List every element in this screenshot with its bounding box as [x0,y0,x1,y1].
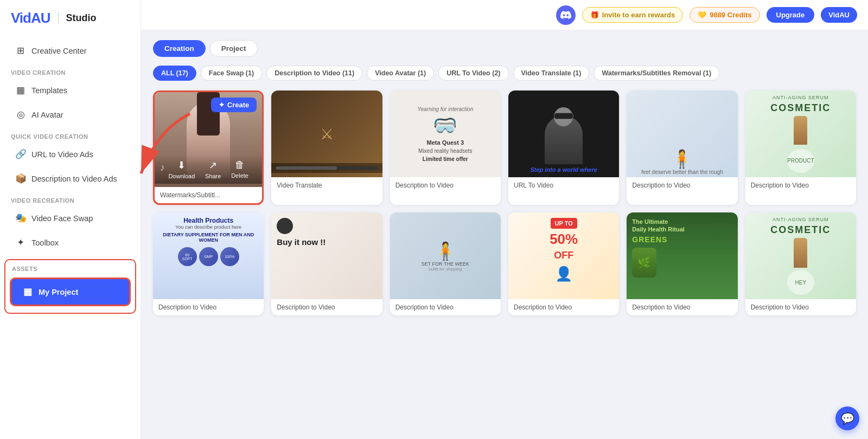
sidebar-item-desc-video[interactable]: 📦 Description to Video Ads [4,167,136,190]
avatar-icon: ◎ [15,109,26,120]
project-icon: ▦ [22,286,33,298]
card-label-meta: Description to Video [390,177,501,193]
card-thumb-buy: Buy it now !! [271,212,382,299]
grid-icon: ⊞ [15,45,26,56]
logo-area: VidAU Studio [0,0,141,36]
card-health[interactable]: Health Products You can describe product… [153,212,264,315]
card-label-desc1: Description to Video [627,177,737,193]
card-url-video[interactable]: Step into a world where URL To Video [508,91,619,205]
video-creation-section: Video Creation [0,63,141,78]
sidebar-item-my-project[interactable]: ▦ My Project [10,277,131,306]
sidebar-templates-label: Templates [31,86,67,95]
card-label-url: URL To Video [508,177,619,193]
card-buy-now[interactable]: Buy it now !! Description to Video [271,212,382,315]
download-icon: ⬇ [177,159,186,171]
discord-icon[interactable] [556,5,576,25]
card-label-translate: Video Translate [271,177,382,193]
filter-watermarks[interactable]: Watermarks/Subtitles Removal (1) [593,66,719,81]
logo-vidau: VidAU [11,10,50,27]
sidebar: VidAU Studio ⊞ Creative Center Video Cre… [0,0,141,439]
delete-action[interactable]: 🗑 Delete [231,159,248,179]
card-thumb-delivery2: 🧍 SET FOR THE WEEK outfit for shipping [390,212,501,299]
create-button[interactable]: ✦ Create [211,98,257,112]
sidebar-item-url-video[interactable]: 🔗 URL to Video Ads [4,143,136,166]
card-label-cosmetic2: Description to Video [745,299,856,315]
sidebar-item-templates[interactable]: ▦ Templates [4,79,136,102]
sidebar-toolbox-label: Toolbox [31,238,59,247]
filter-face-swap[interactable]: Face Swap (1) [201,66,262,81]
card-thumb-delivery: 🧍 feet deserve better than the rough [627,91,737,177]
sidebar-item-face-swap[interactable]: 🎭 Video Face Swap [4,206,136,230]
tab-project[interactable]: Project [210,40,258,57]
assets-section: Assets [5,262,135,273]
link-icon: 🔗 [15,149,26,160]
assets-box: Assets ▦ My Project [4,259,136,314]
sidebar-nav: ⊞ Creative Center Video Creation ▦ Templ… [0,36,141,439]
download-action[interactable]: ⬇ Download [168,159,195,179]
quick-video-section: Quick Video Creation [0,127,141,142]
card-delivery2[interactable]: 🧍 SET FOR THE WEEK outfit for shipping D… [390,212,501,315]
sparkle-icon: ✦ [219,101,225,109]
card-meta-quest[interactable]: Yearning for interaction 🥽 Meta Quest 3 … [390,91,501,205]
card-label-discount: Description to Video [508,299,619,315]
filter-url-video[interactable]: URL To Video (2) [438,66,508,81]
sidebar-item-creative-center[interactable]: ⊞ Creative Center [4,39,136,62]
card-thumb-health: Health Products You can describe product… [153,212,264,299]
card-thumb-url: Step into a world where [508,91,619,177]
card-desc-delivery[interactable]: 🧍 feet deserve better than the rough Des… [627,91,737,205]
card-thumb-cosmetic2: anti-aging serum COSMETIC HEY [745,212,856,299]
vidau-user-button[interactable]: VidAU [821,7,857,23]
card-label-cosmetic1: Description to Video [745,177,856,193]
desc-icon: 📦 [15,173,26,184]
card-thumb-meta: Yearning for interaction 🥽 Meta Quest 3 … [390,91,501,177]
tab-creation[interactable]: Creation [153,40,206,57]
credits-button[interactable]: 💛 9889 Credits [690,7,760,23]
card-label-greens: Description to Video [627,299,737,315]
share-action[interactable]: ↗ Share [205,159,221,179]
card-label-health: Description to Video [153,299,264,315]
card-thumb-cosmetic1: anti-aging serum COSMETIC PRODUCT [745,91,856,177]
sidebar-item-ai-avatar[interactable]: ◎ AI Avatar [4,103,136,126]
main-tabs: Creation Project [153,40,856,57]
card-label-buy: Description to Video [271,299,382,315]
sidebar-desc-video-label: Description to Video Ads [31,175,117,183]
cards-grid: ✦ Create ♪ ⬇ Download ↗ Share � [153,91,856,315]
upgrade-button[interactable]: Upgrade [767,7,815,23]
topbar: 🎁 Invite to earn rewards 💛 9889 Credits … [141,0,868,30]
share-icon: ↗ [209,159,217,171]
templates-icon: ▦ [15,85,26,96]
card-cosmetic2[interactable]: anti-aging serum COSMETIC HEY Descriptio… [745,212,856,315]
filter-video-avatar[interactable]: Video Avatar (1) [367,66,434,81]
video-recreation-section: Video Recreation [0,191,141,206]
card-watermarks[interactable]: ✦ Create ♪ ⬇ Download ↗ Share � [153,91,264,205]
sidebar-url-video-label: URL to Video Ads [31,150,93,159]
card-thumb-greens: The UltimateDaily Health Ritual GREENS 🌿 [627,212,737,299]
filter-desc-video[interactable]: Description to Video (11) [266,66,362,81]
logo-divider [58,12,59,24]
chat-icon: 💬 [841,412,854,425]
logo-studio: Studio [66,12,97,24]
sidebar-ai-avatar-label: AI Avatar [31,111,63,119]
sidebar-my-project-label: My Project [39,288,78,296]
invite-icon: 🎁 [590,11,599,19]
filter-video-translate[interactable]: Video Translate (1) [513,66,590,81]
card-discount[interactable]: UP TO 50% OFF 👤 Description to Video [508,212,619,315]
sidebar-item-toolbox[interactable]: ✦ Toolbox [4,231,136,254]
credits-label: 9889 Credits [710,11,751,19]
card-label-delivery2: Description to Video [390,299,501,315]
main-area: 🎁 Invite to earn rewards 💛 9889 Credits … [141,0,868,439]
chat-bubble-button[interactable]: 💬 [835,406,859,430]
card-cosmetic1[interactable]: anti-aging serum COSMETIC PRODUCT Descri… [745,91,856,205]
sidebar-face-swap-label: Video Face Swap [31,214,93,223]
sidebar-creative-center-label: Creative Center [31,47,87,55]
invite-button[interactable]: 🎁 Invite to earn rewards [582,7,683,23]
card-thumb-discount: UP TO 50% OFF 👤 [508,212,619,299]
invite-label: Invite to earn rewards [602,11,675,19]
filter-row: ALL (17) Face Swap (1) Description to Vi… [153,66,856,81]
faceswap-icon: 🎭 [15,212,26,224]
card-greens[interactable]: The UltimateDaily Health Ritual GREENS 🌿… [627,212,737,315]
card-video-translate[interactable]: ⚔ Video Translate [271,91,382,205]
card-label-watermarks: Watermarks/Subtitl... [155,187,262,203]
card-thumb-translate: ⚔ [271,91,382,177]
filter-all[interactable]: ALL (17) [153,66,196,81]
